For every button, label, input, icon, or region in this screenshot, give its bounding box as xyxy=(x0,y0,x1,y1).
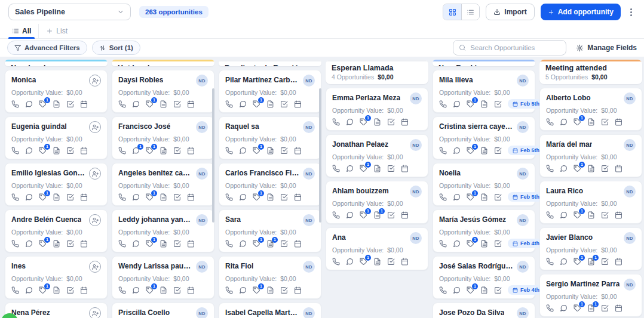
tag-icon[interactable]: 1 xyxy=(574,211,581,219)
call-icon[interactable] xyxy=(225,286,233,294)
calendar-icon[interactable] xyxy=(294,286,302,294)
tag-icon[interactable]: 1 xyxy=(360,211,367,219)
tasks-icon[interactable] xyxy=(280,193,288,201)
assignee-avatar[interactable]: ND xyxy=(303,214,315,226)
message-icon[interactable] xyxy=(239,240,247,248)
tag-icon[interactable]: 1 xyxy=(146,100,154,108)
column-header[interactable]: New Lead 35 Opportunities $0,00 xyxy=(5,60,108,66)
opportunity-card[interactable]: Pilar Martínez Carballal ND Opportunity … xyxy=(219,70,321,113)
notes-icon[interactable] xyxy=(53,240,60,248)
tasks-icon[interactable] xyxy=(66,286,74,294)
calendar-icon[interactable] xyxy=(187,147,195,155)
opportunity-card[interactable]: Carlos Francisco Figuerola Ra... ND Oppo… xyxy=(219,163,321,206)
tasks-icon[interactable] xyxy=(280,240,288,248)
notes-icon[interactable] xyxy=(53,100,60,108)
message-icon[interactable] xyxy=(132,193,140,201)
tag-icon[interactable]: 1 xyxy=(253,286,260,294)
opportunity-card[interactable]: Rita Fiol ND Opportunity Value: $0,00 1 xyxy=(219,256,321,299)
notes-icon[interactable] xyxy=(587,211,595,219)
calendar-icon[interactable] xyxy=(80,100,88,108)
call-icon[interactable] xyxy=(439,100,447,108)
assignee-avatar[interactable]: ND xyxy=(517,168,529,180)
tasks-icon[interactable] xyxy=(601,165,609,172)
calendar-icon[interactable] xyxy=(80,286,88,294)
assignee-avatar[interactable]: ND xyxy=(624,92,636,104)
tag-icon[interactable]: 1 xyxy=(39,147,47,155)
notes-icon[interactable] xyxy=(373,165,381,172)
assignee-avatar[interactable]: ND xyxy=(517,75,529,87)
tasks-icon[interactable] xyxy=(494,193,502,201)
notes-icon[interactable] xyxy=(480,193,488,201)
tag-icon[interactable]: 1 xyxy=(360,118,367,126)
tag-icon[interactable]: 1 xyxy=(253,100,260,108)
notes-icon[interactable] xyxy=(587,165,595,172)
manage-fields-button[interactable]: Manage Fields xyxy=(576,44,637,52)
calendar-icon[interactable] xyxy=(401,211,409,219)
column-header[interactable]: Esperan Llamada 4 Opportunities $0,00 xyxy=(326,60,428,84)
opportunity-card[interactable]: Emilio Iglesias Gonzalez Opportunity Val… xyxy=(5,163,108,206)
tasks-icon[interactable] xyxy=(280,286,288,294)
calendar-icon[interactable] xyxy=(80,193,88,201)
tag-icon[interactable]: 1 xyxy=(39,193,47,201)
notes-icon[interactable]: 1 xyxy=(266,240,274,248)
tag-icon[interactable]: 1 xyxy=(253,147,260,155)
notes-icon[interactable] xyxy=(53,193,60,201)
notes-icon[interactable] xyxy=(160,147,167,155)
assignee-avatar[interactable]: ND xyxy=(517,261,529,273)
tasks-icon[interactable] xyxy=(173,240,181,248)
opportunity-card[interactable]: Daysi Robles ND Opportunity Value: $0,00… xyxy=(112,70,214,113)
search-input[interactable] xyxy=(470,44,560,51)
message-icon[interactable] xyxy=(25,193,33,201)
call-icon[interactable] xyxy=(546,258,554,265)
calendar-icon[interactable] xyxy=(80,147,88,155)
message-icon[interactable] xyxy=(239,286,247,294)
tag-icon[interactable]: 1 xyxy=(574,304,581,312)
tasks-icon[interactable] xyxy=(601,258,609,265)
column-header[interactable]: New Booking 49 Opportunities $0,00 xyxy=(433,60,535,66)
call-icon[interactable] xyxy=(332,258,340,265)
tag-icon[interactable]: 1 xyxy=(146,147,154,155)
call-icon[interactable] xyxy=(118,193,126,201)
tasks-icon[interactable] xyxy=(173,100,181,108)
tag-icon[interactable]: 1 xyxy=(467,286,474,294)
message-icon[interactable]: 1 xyxy=(132,147,140,155)
opportunity-card[interactable]: Laura Rico ND Opportunity Value: $0,00 1 xyxy=(539,181,642,224)
call-icon[interactable] xyxy=(332,118,340,126)
assignee-avatar[interactable]: ND xyxy=(196,168,208,180)
call-icon[interactable] xyxy=(439,286,447,294)
call-icon[interactable] xyxy=(118,240,126,248)
assignee-avatar[interactable]: ND xyxy=(517,307,529,318)
assignee-avatar[interactable]: ND xyxy=(303,307,315,318)
opportunity-card[interactable]: Monica Opportunity Value: $0,00 1 xyxy=(5,70,108,113)
calendar-icon[interactable] xyxy=(294,147,302,155)
tasks-icon[interactable] xyxy=(387,165,395,172)
tasks-icon[interactable] xyxy=(494,240,502,248)
assignee-avatar[interactable]: ND xyxy=(624,232,636,244)
calendar-icon[interactable] xyxy=(294,193,302,201)
calendar-icon[interactable] xyxy=(615,118,622,126)
tag-icon[interactable]: 1 xyxy=(467,100,474,108)
notes-icon[interactable] xyxy=(480,100,488,108)
call-icon[interactable] xyxy=(11,100,19,108)
tasks-icon[interactable] xyxy=(601,304,609,312)
tag-icon[interactable]: 1 xyxy=(39,100,47,108)
message-icon[interactable] xyxy=(239,193,247,201)
tasks-icon[interactable] xyxy=(601,118,609,126)
notes-icon[interactable]: 1 xyxy=(373,211,381,219)
calendar-icon[interactable] xyxy=(187,100,195,108)
message-icon[interactable] xyxy=(453,147,461,155)
opportunity-card[interactable]: Javier Blanco ND Opportunity Value: $0,0… xyxy=(539,227,642,270)
message-icon[interactable] xyxy=(560,211,568,219)
tasks-icon[interactable] xyxy=(66,193,74,201)
calendar-icon[interactable] xyxy=(401,118,409,126)
assignee-avatar[interactable]: ND xyxy=(410,232,422,244)
message-icon[interactable] xyxy=(25,286,33,294)
call-icon[interactable] xyxy=(11,147,19,155)
assignee-avatar[interactable]: ND xyxy=(410,92,422,104)
message-icon[interactable] xyxy=(346,118,354,126)
tag-icon[interactable]: 1 xyxy=(360,165,367,172)
assignee-avatar[interactable]: ND xyxy=(624,139,636,151)
tag-icon[interactable]: 1 xyxy=(467,240,474,248)
call-icon[interactable] xyxy=(225,193,233,201)
notes-icon[interactable] xyxy=(266,193,274,201)
